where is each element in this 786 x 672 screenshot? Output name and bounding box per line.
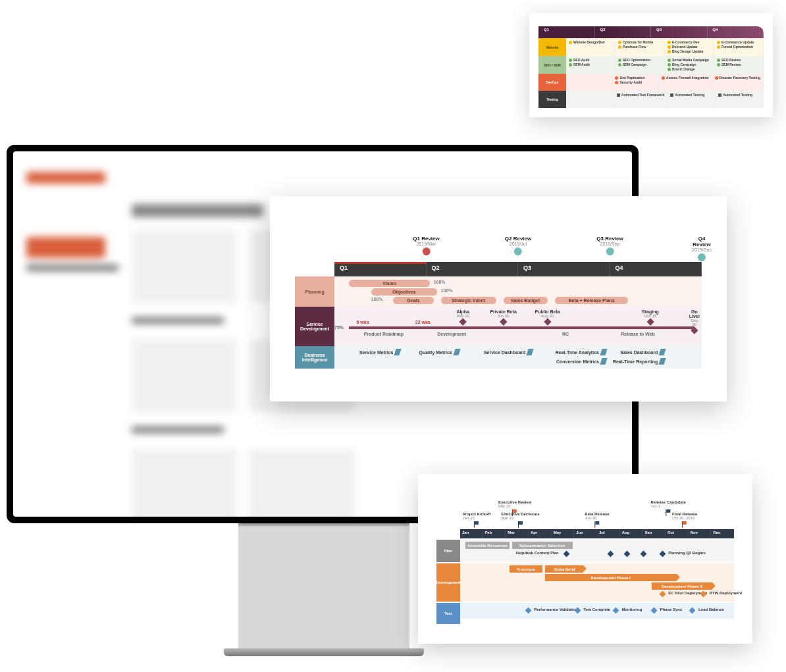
milestone-flag: Beta ReleaseJun 30 xyxy=(585,512,609,528)
app-logo xyxy=(26,172,105,184)
template-card[interactable] xyxy=(132,230,237,303)
quarter-q2: Q2 xyxy=(427,262,519,276)
task-item: SEO Optimization xyxy=(618,58,662,62)
task-label: Access Firewall Integration xyxy=(666,76,709,80)
bullet-icon xyxy=(718,93,721,97)
review-title: Q4 Review xyxy=(692,236,712,247)
cell xyxy=(566,74,612,91)
bi-label: Conversion Metrics xyxy=(556,359,599,364)
month-label: Jul xyxy=(597,529,620,538)
milestone-label: Monitoring xyxy=(621,607,642,611)
milestone-date: May 20 xyxy=(456,314,469,318)
task-item: SEO Audit xyxy=(569,58,612,62)
task-item: Automated Testing xyxy=(670,93,712,97)
new-button[interactable] xyxy=(26,237,105,258)
track-bar xyxy=(437,326,694,329)
slash-icon xyxy=(600,349,607,355)
percent-label: 75% xyxy=(334,325,344,330)
duration-label: 6 wks xyxy=(356,320,369,324)
task-item: Automated Testing xyxy=(718,93,760,97)
task-item: Rebrand Update xyxy=(668,45,711,49)
cell: E-Commerce DevRebrand UpdateBlog Design … xyxy=(665,38,714,56)
task-label: Automated Test Framework xyxy=(621,93,664,97)
bi-label: Service Metrics xyxy=(359,350,393,355)
bi-label: Service Dashboard xyxy=(484,350,525,355)
bi-item: Quality Metrics xyxy=(419,349,459,355)
task-item: E-Commerce Dev xyxy=(668,40,711,44)
task-item: SEM Review xyxy=(717,63,760,66)
quarter-q1: Q1 xyxy=(538,26,595,38)
task-label: Brand Change xyxy=(672,67,694,71)
row-label: DevOps xyxy=(538,74,566,91)
swimlane-row: TestingAutomated Test FrameworkAutomated… xyxy=(538,91,764,108)
bullet-icon xyxy=(668,45,671,49)
lane-label-service-dev: Service Development xyxy=(295,307,334,346)
review-date: 2019/Sep xyxy=(596,242,623,246)
template-card[interactable] xyxy=(132,340,237,412)
task-bar: Development Phase II xyxy=(652,582,712,590)
cell: Access Firewall Integration xyxy=(659,74,712,91)
bullet-icon xyxy=(662,76,665,80)
bullet-icon xyxy=(717,59,720,62)
task-item: Blog Design Update xyxy=(668,49,711,53)
task-item: Optimize for Mobile xyxy=(618,40,662,44)
bi-label: Quality Metrics xyxy=(419,350,452,355)
lane-service-dev: Service Development 6 wks22 wks75%AlphaM… xyxy=(295,307,702,346)
lane-label-test: Test xyxy=(436,603,460,624)
task-label: SEO Review xyxy=(721,58,741,62)
task-label: Website Design/Dev xyxy=(573,40,605,44)
task-label: Funnel Optimization xyxy=(721,45,753,49)
task-bar: Prototype xyxy=(510,565,542,573)
diamond-icon xyxy=(623,551,630,557)
cell: Website Design/Dev xyxy=(566,38,616,56)
flag-icon xyxy=(666,509,671,516)
monitor-stand xyxy=(238,523,409,655)
slash-icon xyxy=(394,349,402,355)
milestone-dot-icon xyxy=(423,247,431,255)
milestone: Private BetaJun 30 xyxy=(490,309,516,326)
flag-icon xyxy=(594,521,600,528)
cell: Disaster Recovery Testing xyxy=(712,74,764,91)
diamond-icon xyxy=(563,551,570,557)
milestone-label: Phase Sync xyxy=(660,607,683,611)
segment-label: RC xyxy=(562,332,569,336)
milestone-label: Performance Validation xyxy=(534,607,578,611)
bullet-icon xyxy=(618,41,621,44)
bullet-icon xyxy=(717,63,720,66)
month-label: Aug xyxy=(620,529,643,538)
slash-icon xyxy=(659,358,666,365)
bullet-icon xyxy=(717,45,720,49)
task-item: Social Media Campaign xyxy=(668,58,711,62)
diamond-icon xyxy=(500,318,507,325)
bullet-icon xyxy=(717,41,720,44)
bullet-icon xyxy=(618,63,621,66)
review-title: Q3 Review xyxy=(596,236,623,242)
bullet-icon xyxy=(670,93,673,97)
milestone-dot-icon xyxy=(698,253,706,261)
lane-body-business-intel: Service MetricsQuality MetricsService Da… xyxy=(334,346,702,369)
percent-label: 100% xyxy=(441,288,453,293)
task-label: SEM Campaign xyxy=(623,63,646,66)
template-card[interactable] xyxy=(132,449,237,517)
cell: SEO OptimizationSEM Campaign xyxy=(616,56,665,74)
task-bar: Beta + Release Plans xyxy=(555,297,629,304)
flag-date: Oct 1 xyxy=(650,504,685,508)
month-label: Jan xyxy=(460,529,483,538)
bi-item: Sales Dashboard xyxy=(620,349,665,355)
review-title: Q2 Review xyxy=(505,236,531,242)
bi-label: Sales Dashboard xyxy=(620,350,658,355)
monitor-base xyxy=(224,648,424,656)
template-card[interactable] xyxy=(249,449,354,517)
task-bar: Strategic Intent xyxy=(441,297,496,304)
milestone-dot-icon xyxy=(514,247,522,255)
milestone: Public BetaAug 30 xyxy=(535,309,560,326)
lane-label-development: Development xyxy=(436,563,460,602)
lane-body-service-dev: 6 wks22 wks75%AlphaMay 20Private BetaJun… xyxy=(334,307,702,346)
milestone-title: Public Beta xyxy=(535,309,560,314)
milestone-flag: Final ReleaseOct 30, 2019 xyxy=(672,512,697,528)
cell: E-Commerce UpdateFunnel Optimization xyxy=(714,38,764,56)
bi-item: Service Dashboard xyxy=(484,349,533,355)
row-label: Testing xyxy=(538,91,566,108)
task-bar: Goals xyxy=(393,297,433,304)
lane-body-plan: Assemble ResourcesSubcontractor Selectio… xyxy=(460,540,734,562)
